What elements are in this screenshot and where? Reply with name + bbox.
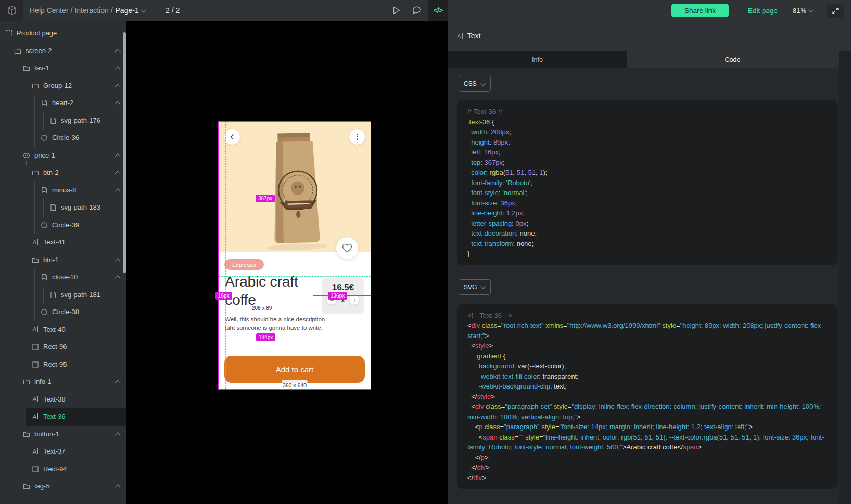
layer-item-circle-36[interactable]: Circle-36 (0, 130, 126, 147)
collapse-chevron-icon[interactable] (115, 484, 120, 490)
fullscreen-button[interactable] (827, 4, 844, 18)
breadcrumb-path: Help Center / Interaction / (30, 6, 113, 15)
product-title[interactable]: Arabic craft coffe (225, 273, 320, 309)
layers-panel: Product pagescreen-2fav-1Group-12heart-2… (0, 21, 126, 504)
text-layer-icon: A (32, 413, 39, 420)
layer-label: svg-path-181 (61, 291, 100, 299)
share-link-button[interactable]: Share link (671, 4, 729, 17)
minus-button[interactable]: − (327, 295, 337, 305)
layer-item-circle-39[interactable]: Circle-39 (0, 217, 126, 235)
layer-item-text-36[interactable]: AText-36 (0, 408, 126, 426)
layer-item-heart-2[interactable]: heart-2 (0, 95, 126, 112)
indent-guide (8, 304, 8, 321)
layer-label: Product page (17, 29, 57, 37)
indent-guide (17, 234, 17, 252)
indent-guide (8, 287, 8, 304)
folder-icon (23, 431, 30, 438)
back-button[interactable] (224, 129, 240, 145)
layer-item-rect-96[interactable]: Rect-96 (0, 339, 126, 356)
css-format-select[interactable]: CSS (459, 76, 491, 92)
indent-guide (17, 269, 17, 287)
layer-label: Group-12 (43, 82, 72, 89)
app-logo[interactable] (0, 0, 23, 21)
indent-guide (17, 391, 17, 409)
product-description[interactable]: Well, this should be a nice description … (225, 315, 325, 332)
collapse-chevron-icon[interactable] (115, 258, 120, 264)
breadcrumb[interactable]: Help Center / Interaction / Page-1 (30, 0, 146, 21)
rect-shape-icon (32, 466, 39, 473)
indent-guide (17, 304, 17, 321)
code-view-button[interactable]: </> (428, 0, 448, 21)
edit-page-link[interactable]: Edit page (748, 0, 778, 21)
indent-guide (34, 199, 35, 217)
play-button[interactable] (388, 0, 405, 21)
layer-item-text-38[interactable]: AText-38 (0, 391, 126, 409)
inspector-panel: A Text Info Code CSS /* Text-36 */.text-… (448, 21, 851, 504)
layer-item-circle-38[interactable]: Circle-38 (0, 304, 126, 321)
layer-item-rect-94[interactable]: Rect-94 (0, 461, 126, 479)
collapse-chevron-icon[interactable] (115, 432, 120, 438)
indent-guide (8, 60, 8, 77)
layer-item-btn-1[interactable]: btn-1 (0, 252, 126, 269)
tab-code[interactable]: Code (627, 51, 839, 68)
layer-item-close-10[interactable]: close-10 (0, 269, 126, 287)
collapse-chevron-icon[interactable] (115, 275, 120, 281)
layer-item-product page[interactable]: Product page (0, 25, 126, 43)
indent-guide (8, 182, 8, 200)
layer-item-svg-path-181[interactable]: svg-path-181 (0, 287, 126, 304)
category-tag[interactable]: Expresso (224, 259, 264, 270)
price-widget[interactable]: 16.5€ − 2 + (322, 278, 364, 314)
indent-guide (8, 373, 8, 391)
layer-item-fav-1[interactable]: fav-1 (0, 60, 126, 77)
artboard-frame[interactable]: Expresso Arabic craft coffe 208 x 89 Wel… (218, 121, 371, 390)
rect-shape-icon (32, 361, 39, 368)
layers-scrollbar[interactable] (123, 32, 126, 273)
collapse-chevron-icon[interactable] (115, 380, 120, 385)
canvas[interactable]: Expresso Arabic craft coffe 208 x 89 Wel… (126, 21, 448, 504)
layer-item-price-1[interactable]: price-1↑ (0, 147, 126, 165)
layer-item-group-12[interactable]: Group-12 (0, 77, 126, 95)
indent-guide (8, 217, 8, 235)
layer-item-text-37[interactable]: AText-37 (0, 443, 126, 461)
layer-label: Circle-39 (52, 221, 79, 229)
collapse-chevron-icon[interactable] (115, 49, 120, 55)
comment-button[interactable] (408, 0, 425, 21)
inspector-tabs: Info Code (448, 51, 851, 68)
indent-guide (26, 234, 26, 252)
svg-format-select[interactable]: SVG (459, 279, 491, 295)
plus-button[interactable]: + (349, 295, 359, 305)
collapse-chevron-icon[interactable] (115, 101, 120, 107)
layer-item-button-1[interactable]: button-1 (0, 426, 126, 444)
collapse-chevron-icon[interactable] (115, 66, 120, 72)
layer-item-svg-path-183[interactable]: svg-path-183 (0, 199, 126, 217)
indent-guide (17, 95, 17, 112)
collapse-chevron-icon[interactable] (115, 84, 120, 89)
layer-item-svg-path-176[interactable]: svg-path-176 (0, 112, 126, 130)
collapse-chevron-icon[interactable] (115, 188, 120, 194)
indent-guide (17, 443, 17, 461)
tab-info[interactable]: Info (448, 51, 627, 68)
layer-item-screen-2[interactable]: screen-2 (0, 43, 126, 60)
text-layer-icon: A (32, 448, 39, 455)
layer-item-tag-5[interactable]: tag-5 (0, 478, 126, 496)
layer-item-text-41[interactable]: AText-41 (0, 234, 126, 252)
layer-item-text-40[interactable]: AText-40 (0, 321, 126, 339)
layer-item-info-1[interactable]: info-1 (0, 373, 126, 391)
folder-icon (23, 64, 30, 72)
svg-file-icon (41, 187, 48, 194)
zoom-level-dropdown[interactable]: 81% (793, 0, 814, 21)
logo-icon (6, 5, 18, 16)
layer-item-minus-8[interactable]: minus-8 (0, 182, 126, 200)
collapse-chevron-icon[interactable] (115, 171, 120, 176)
indent-guide (17, 112, 17, 130)
layer-item-btn-2[interactable]: btn-2 (0, 164, 126, 182)
indent-guide (26, 130, 26, 147)
add-to-cart-button[interactable]: Add to cart (224, 356, 365, 383)
more-options-button[interactable] (349, 129, 365, 145)
collapse-chevron-icon[interactable] (115, 153, 120, 159)
layer-item-rect-95[interactable]: Rect-95 (0, 356, 126, 374)
indent-guide (43, 112, 44, 130)
favorite-button[interactable] (336, 237, 358, 259)
svg-file-icon (41, 274, 48, 281)
layer-label: tag-5 (34, 482, 50, 490)
